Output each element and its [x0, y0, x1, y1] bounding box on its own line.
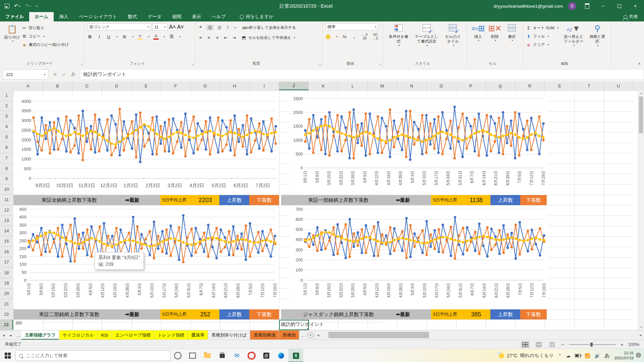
band-title-cell[interactable]: 東証一部銘柄上昇数下落数➡最新: [281, 195, 431, 205]
band-average-cell[interactable]: 5日平均上昇1138: [431, 195, 490, 205]
ribbon-tab-数式[interactable]: 数式: [122, 12, 142, 21]
row-header-17[interactable]: 17: [0, 257, 13, 267]
band-average-cell[interactable]: 5日平均上昇252: [160, 309, 219, 319]
normal-view-icon[interactable]: [521, 341, 530, 348]
format-as-table-button[interactable]: 🖌 テーブルとして書式設定▾: [411, 23, 442, 48]
save-icon[interactable]: [5, 4, 9, 8]
band-average-cell[interactable]: 5日平均上昇385: [431, 309, 490, 319]
taskbar-explorer-icon[interactable]: [200, 349, 215, 362]
row-header-5[interactable]: 5: [0, 132, 13, 142]
column-header-S[interactable]: S: [545, 82, 574, 90]
column-header-Q[interactable]: Q: [486, 82, 515, 90]
avatar[interactable]: D: [568, 2, 576, 10]
column-header-C[interactable]: C: [72, 82, 102, 90]
band-up-cell[interactable]: 上昇数: [490, 309, 520, 319]
font-name-select[interactable]: 游ゴシック▾: [87, 23, 151, 31]
row-header-13[interactable]: 13: [0, 216, 13, 226]
dialog-launcher-icon[interactable]: ↘: [80, 63, 83, 66]
sort-filter-button[interactable]: AZ▼ 並べ替えとフィルター▾: [560, 23, 587, 48]
column-header-E[interactable]: E: [131, 82, 161, 90]
align-right-icon[interactable]: ≡: [215, 35, 220, 40]
formula-input[interactable]: 統計的ワンポイント: [80, 69, 644, 80]
taskbar-clock[interactable]: 21:15 2021/07/19: [614, 351, 634, 361]
vertical-scroll-thumb[interactable]: [639, 97, 643, 133]
row-header-3[interactable]: 3: [0, 111, 13, 122]
row-header-23[interactable]: 23: [0, 320, 13, 330]
column-header-A[interactable]: A: [13, 82, 43, 90]
column-header-K[interactable]: K: [309, 82, 338, 90]
ribbon-tab-ページ レイアウト[interactable]: ページ レイアウト: [73, 12, 122, 21]
sheet-tab-RSI[interactable]: RSI: [98, 330, 112, 340]
font-color-icon[interactable]: A: [153, 34, 159, 40]
insert-function-icon[interactable]: fx: [71, 72, 75, 77]
orientation-icon[interactable]: ⤴: [225, 25, 230, 30]
sheet-tab-業種別張り付けば[interactable]: 業種別張り付けば: [208, 330, 250, 340]
column-header-J[interactable]: J: [279, 82, 309, 90]
add-sheet-button[interactable]: +: [306, 330, 315, 340]
comma-icon[interactable]: ,: [352, 34, 357, 39]
speaker-icon[interactable]: 🔊: [595, 353, 600, 358]
scroll-right-icon[interactable]: ▶: [638, 330, 644, 340]
ribbon-tab-ホーム[interactable]: ホーム: [29, 12, 54, 21]
band-title-cell[interactable]: 東証全銘柄上昇数下落数➡最新: [13, 195, 160, 205]
column-header-U[interactable]: U: [604, 82, 633, 90]
sheet-nav-left-icon[interactable]: ◂: [0, 330, 7, 340]
italic-button[interactable]: I: [97, 34, 102, 39]
row-header-14[interactable]: 14: [0, 226, 13, 236]
tray-expand-icon[interactable]: ⌃: [558, 353, 562, 358]
taskbar-cortana-icon[interactable]: [170, 349, 185, 362]
sheet-tab-トレンド指標[interactable]: トレンド指標: [154, 330, 188, 340]
align-bottom-icon[interactable]: ☰: [217, 25, 222, 30]
merge-center-button[interactable]: ⬒セルを結合して中央揃え▾: [241, 34, 295, 41]
row-header-15[interactable]: 15: [0, 236, 13, 247]
increase-indent-icon[interactable]: ⇥: [231, 35, 237, 40]
horizontal-scrollbar[interactable]: ◀ ▶: [315, 330, 644, 340]
band-average-cell[interactable]: 5日平均上昇2203: [160, 195, 219, 205]
delete-cells-button[interactable]: ⊞✕ 削除▾: [486, 23, 503, 43]
chart-jasdaq[interactable]: 01002003004005006007003月1日3月8日3月15日3月22日…: [289, 206, 548, 308]
sheet-nav-right-icon[interactable]: ▸: [7, 330, 15, 340]
decrease-font-icon[interactable]: A˅: [177, 24, 184, 30]
autosum-button[interactable]: Σオート SUM▾: [526, 24, 560, 32]
cut-button[interactable]: ✂切り取り: [22, 24, 69, 32]
taskbar-mail-icon[interactable]: ✉: [229, 349, 244, 362]
fill-handle[interactable]: [307, 328, 309, 330]
column-header-H[interactable]: H: [220, 82, 250, 90]
taskbar-mention-icon[interactable]: @: [259, 349, 274, 362]
sheet-overflow-left[interactable]: …: [15, 330, 21, 340]
zoom-in-icon[interactable]: +: [621, 342, 624, 347]
scroll-left-icon[interactable]: ◀: [315, 330, 321, 340]
column-header-M[interactable]: M: [368, 82, 397, 90]
band-down-cell[interactable]: 下落数: [520, 309, 547, 319]
ime-mode-indicator[interactable]: あ: [604, 352, 610, 359]
conditional-formatting-button[interactable]: 条件付き書式▾: [386, 23, 411, 48]
row-header-2[interactable]: 2: [0, 101, 13, 111]
vertical-scrollbar[interactable]: ▲ ▼: [638, 90, 644, 330]
enter-icon[interactable]: ✓: [62, 72, 66, 77]
name-box[interactable]: J23▾: [3, 69, 48, 79]
close-button[interactable]: ×: [630, 2, 641, 10]
wifi-icon[interactable]: 📶: [585, 353, 590, 358]
band-title-cell[interactable]: ジャスダック銘柄上昇数下落数➡最新: [281, 309, 431, 319]
align-left-icon[interactable]: ≡: [198, 35, 203, 40]
increase-decimal-icon[interactable]: ←.0.00: [361, 33, 367, 40]
battery-icon[interactable]: [575, 353, 581, 359]
dialog-launcher-icon[interactable]: ↘: [191, 63, 194, 66]
dialog-launcher-icon[interactable]: ↘: [379, 63, 381, 66]
ribbon-tab-挿入[interactable]: 挿入: [54, 12, 73, 21]
row-header-6[interactable]: 6: [0, 142, 13, 153]
start-button[interactable]: [0, 349, 15, 362]
weather-widget[interactable]: 27°C 晴れのちくもり: [499, 353, 553, 359]
row-header-16[interactable]: 16: [0, 247, 13, 257]
decrease-decimal-icon[interactable]: .00→.0: [372, 33, 378, 40]
chart-tosho-all[interactable]: 050010001500200025003000350040009月2日10月2…: [13, 97, 279, 194]
row-header-22[interactable]: 22: [0, 309, 13, 320]
find-select-button[interactable]: ⚲ 検索と選択▾: [587, 23, 608, 48]
column-header-D[interactable]: D: [102, 82, 131, 90]
taskbar-edge-icon[interactable]: [274, 349, 288, 362]
column-header-O[interactable]: O: [427, 82, 456, 90]
cell-styles-button[interactable]: 🖌 セルのスタイル▾: [442, 23, 464, 48]
tell-me-search[interactable]: 何をしますか: [240, 14, 274, 21]
row-header-8[interactable]: 8: [0, 164, 13, 174]
row-header-12[interactable]: 12: [0, 205, 13, 216]
